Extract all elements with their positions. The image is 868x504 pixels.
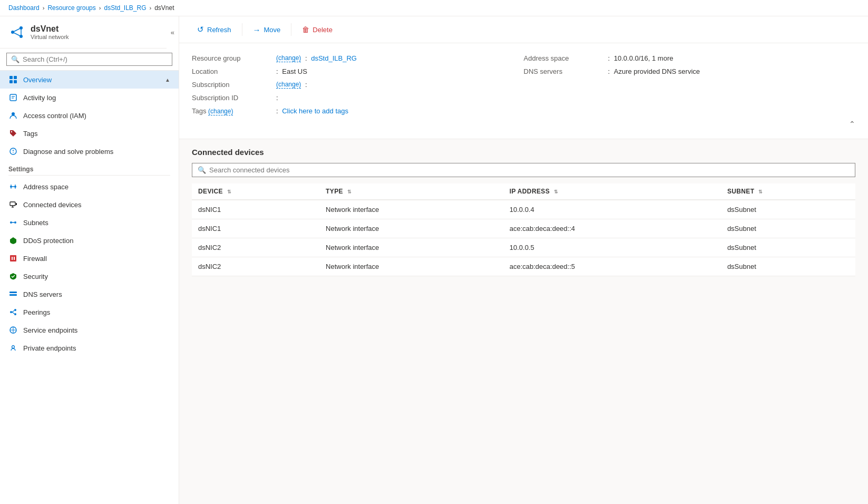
location-label: Location (192, 67, 276, 75)
svg-rect-10 (10, 94, 16, 101)
sidebar-item-connected-devices[interactable]: Connected devices (0, 196, 179, 214)
resource-subtitle: Virtual network (31, 34, 69, 40)
sidebar-item-ddos-label: DDoS protection (23, 237, 73, 245)
breadcrumb-current: dsVnet (154, 4, 174, 12)
sidebar-item-subnets[interactable]: Subnets (0, 214, 179, 231)
sidebar-item-service-label: Service endpoints (23, 326, 77, 334)
overview-collapse-btn[interactable]: ▲ (165, 77, 170, 83)
subscription-row: Subscription (change) : (192, 78, 524, 91)
dns-servers-value: Azure provided DNS service (614, 67, 700, 75)
location-value: East US (282, 67, 307, 75)
table-row: dsNIC1Network interface10.0.0.4dsSubnet (192, 200, 855, 219)
sidebar-item-dns[interactable]: DNS servers (0, 285, 179, 303)
sidebar-item-ddos[interactable]: DDoS protection (0, 231, 179, 249)
svg-rect-33 (12, 257, 13, 260)
overview-icon (8, 75, 18, 84)
svg-point-37 (10, 311, 12, 313)
sidebar-item-firewall[interactable]: Firewall (0, 249, 179, 267)
type-sort-icon[interactable]: ⇅ (347, 189, 352, 195)
nav-search-input[interactable] (23, 55, 168, 63)
sidebar-item-address-space[interactable]: Address space (0, 178, 179, 196)
col-ip: IP ADDRESS ⇅ (503, 183, 721, 200)
sidebar-item-diagnose[interactable]: Diagnose and solve problems (0, 142, 179, 160)
ddos-icon (8, 236, 18, 245)
ip-sort-icon[interactable]: ⇅ (554, 189, 558, 195)
sidebar-item-peerings-label: Peerings (23, 308, 50, 316)
svg-line-40 (12, 311, 14, 312)
address-space-icon (8, 182, 18, 191)
cell-subnet: dsSubnet (721, 238, 855, 257)
overview-section: Resource group (change) : dsStd_ILB_RG L… (179, 43, 868, 139)
firewall-icon (8, 254, 18, 263)
sidebar-item-iam[interactable]: Access control (IAM) (0, 106, 179, 124)
sidebar-item-activity-log[interactable]: Activity log (0, 89, 179, 106)
cell-ip: 10.0.0.4 (503, 200, 721, 219)
vnet-icon (8, 24, 25, 41)
sidebar-item-overview[interactable]: Overview ▲ (0, 71, 179, 89)
sidebar-item-security[interactable]: Security (0, 267, 179, 285)
collapse-icon[interactable]: ⌃ (849, 120, 855, 128)
connected-devices-title: Connected devices (192, 148, 855, 157)
sidebar-item-address-label: Address space (23, 183, 69, 191)
delete-button[interactable]: 🗑 Delete (295, 22, 340, 37)
resource-header: dsVnet Virtual network « (0, 16, 179, 49)
table-body: dsNIC1Network interface10.0.0.4dsSubnetd… (192, 200, 855, 276)
cell-type: Network interface (319, 200, 503, 219)
breadcrumb-dashboard[interactable]: Dashboard (8, 4, 40, 12)
sidebar-item-activity-label: Activity log (23, 94, 56, 102)
location-row: Location : East US (192, 65, 524, 78)
resource-group-label: Resource group (192, 54, 276, 62)
table-row: dsNIC2Network interfaceace:cab:deca:deed… (192, 257, 855, 276)
svg-rect-28 (16, 203, 17, 205)
move-icon: → (253, 25, 261, 34)
svg-rect-35 (9, 292, 17, 293)
security-icon (8, 272, 18, 281)
svg-line-4 (13, 32, 21, 36)
refresh-button[interactable]: ↺ Refresh (190, 22, 239, 37)
collapse-sidebar-button[interactable]: « (167, 24, 179, 41)
cell-device: dsNIC1 (192, 200, 319, 219)
subscription-label: Subscription (192, 81, 276, 89)
info-grid: Resource group (change) : dsStd_ILB_RG L… (192, 52, 855, 118)
sidebar-item-security-label: Security (23, 273, 48, 280)
move-button[interactable]: → Move (246, 22, 288, 37)
subscription-change-link[interactable]: (change) (276, 81, 301, 89)
tags-change-link[interactable]: (change) (208, 108, 233, 115)
iam-icon (8, 111, 18, 120)
resource-group-change-link[interactable]: (change) (276, 54, 301, 62)
sidebar-item-peerings[interactable]: Peerings (0, 303, 179, 321)
peerings-icon (8, 307, 18, 317)
cell-ip: 10.0.0.5 (503, 238, 721, 257)
search-connected-icon: 🔍 (198, 166, 206, 174)
sidebar-item-private-label: Private endpoints (23, 344, 76, 352)
svg-rect-6 (9, 76, 13, 79)
cell-device: dsNIC2 (192, 257, 319, 276)
device-sort-icon[interactable]: ⇅ (227, 189, 231, 195)
breadcrumb: Dashboard › Resource groups › dsStd_ILB_… (0, 0, 868, 16)
svg-line-41 (12, 312, 14, 314)
table-header: DEVICE ⇅ TYPE ⇅ IP ADDRESS ⇅ SUBNET (192, 183, 855, 200)
sidebar-item-tags[interactable]: Tags (0, 124, 179, 142)
breadcrumb-resource-groups[interactable]: Resource groups (47, 4, 95, 12)
address-space-value: 10.0.0.0/16, 1 more (614, 54, 674, 62)
svg-point-19 (14, 186, 16, 188)
svg-point-39 (14, 313, 16, 315)
table-row: dsNIC2Network interface10.0.0.5dsSubnet (192, 238, 855, 257)
breadcrumb-rg[interactable]: dsStd_ILB_RG (104, 4, 146, 12)
tags-add-link[interactable]: Click here to add tags (282, 107, 348, 115)
svg-rect-9 (14, 80, 17, 83)
info-left-col: Resource group (change) : dsStd_ILB_RG L… (192, 52, 524, 118)
svg-rect-34 (14, 257, 15, 260)
cell-type: Network interface (319, 257, 503, 276)
toolbar: ↺ Refresh → Move 🗑 Delete (179, 16, 868, 43)
svg-point-29 (10, 221, 12, 224)
subnets-icon (8, 218, 18, 227)
sidebar-item-service-endpoints[interactable]: Service endpoints (0, 321, 179, 339)
resource-group-value[interactable]: dsStd_ILB_RG (311, 54, 357, 62)
sidebar-item-tags-label: Tags (23, 130, 37, 138)
subnet-sort-icon[interactable]: ⇅ (758, 189, 763, 195)
connected-devices-search-input[interactable] (209, 166, 850, 174)
settings-section-header: Settings (0, 160, 179, 175)
address-space-row: Address space : 10.0.0.0/16, 1 more (524, 52, 856, 65)
sidebar-item-private-endpoints[interactable]: Private endpoints (0, 339, 179, 357)
